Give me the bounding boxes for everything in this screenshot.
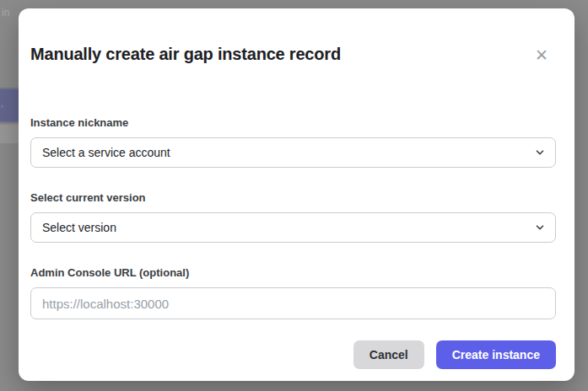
version-select-wrap: Select version [30, 212, 556, 243]
admin-console-url-wrap [30, 287, 556, 319]
admin-console-url-input[interactable] [30, 287, 556, 319]
background-partial-text: in [2, 7, 9, 19]
chevron-right-icon: › [1, 104, 7, 110]
close-icon[interactable]: ✕ [531, 44, 553, 66]
instance-nickname-label: Instance nickname [30, 116, 128, 129]
version-select[interactable]: Select version [30, 212, 556, 243]
create-instance-button[interactable]: Create instance [436, 340, 556, 369]
cancel-button[interactable]: Cancel [353, 340, 424, 369]
background-light-band [0, 125, 19, 143]
admin-console-url-label: Admin Console URL (optional) [30, 266, 189, 279]
service-account-select-wrap: Select a service account [30, 137, 556, 168]
modal-title: Manually create air gap instance record [30, 45, 341, 64]
service-account-select[interactable]: Select a service account [30, 137, 556, 168]
current-version-label: Select current version [30, 191, 146, 204]
create-air-gap-instance-modal: Manually create air gap instance record … [19, 8, 575, 381]
modal-footer-buttons: Cancel Create instance [353, 340, 556, 369]
background-accent-band: › [0, 88, 19, 123]
